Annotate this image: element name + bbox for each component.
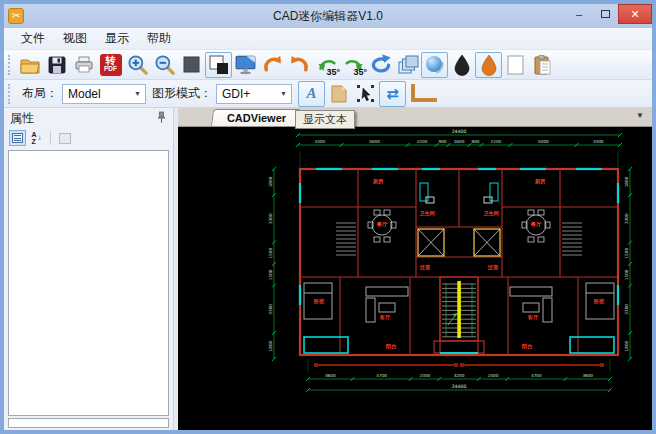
svg-text:卧室: 卧室 xyxy=(594,298,605,304)
svg-text:3600: 3600 xyxy=(325,373,336,378)
pin-button[interactable] xyxy=(156,111,167,126)
floor-plan-drawing: 3300500022009001600900220050003300244003… xyxy=(178,127,652,430)
zoom-in-icon xyxy=(125,52,151,78)
svg-text:卫生间: 卫生间 xyxy=(418,210,435,217)
toolbar-grip[interactable] xyxy=(8,55,13,75)
rotate-right-35-button[interactable]: 35° xyxy=(340,52,367,78)
svg-text:1800: 1800 xyxy=(624,176,629,187)
cad-canvas[interactable]: 3300500022009001600900220050003300244003… xyxy=(178,127,652,430)
save-button[interactable] xyxy=(43,52,70,78)
svg-text:1800: 1800 xyxy=(624,340,629,351)
svg-text:厨房: 厨房 xyxy=(372,178,384,185)
zoom-out-button[interactable] xyxy=(151,52,178,78)
maximize-icon xyxy=(601,10,610,18)
svg-text:3300: 3300 xyxy=(268,213,273,224)
categorized-button[interactable] xyxy=(9,130,26,146)
sort-alphabetical-button[interactable]: AZ↓ xyxy=(28,130,45,146)
properties-toolbar: AZ↓ xyxy=(4,128,173,148)
property-pages-button[interactable] xyxy=(56,130,73,146)
svg-text:1500: 1500 xyxy=(268,248,273,259)
svg-text:阳台: 阳台 xyxy=(386,343,397,350)
ink-black-button[interactable] xyxy=(448,52,475,78)
graphics-mode-select[interactable]: GDI+ ▼ xyxy=(216,84,292,104)
svg-text:卧室: 卧室 xyxy=(314,298,325,304)
svg-text:1600: 1600 xyxy=(454,139,465,144)
print-button[interactable] xyxy=(70,52,97,78)
paste-button[interactable] xyxy=(529,52,556,78)
background-dark-button[interactable] xyxy=(178,52,205,78)
maximize-button[interactable] xyxy=(592,4,618,23)
rotate-circular-icon xyxy=(368,52,394,78)
toolbar2-grip[interactable] xyxy=(8,84,13,104)
svg-text:1800: 1800 xyxy=(268,340,273,351)
menu-view[interactable]: 视图 xyxy=(54,28,96,49)
undo-button[interactable] xyxy=(259,52,286,78)
layout-label: 布局： xyxy=(22,85,58,102)
redo-button[interactable] xyxy=(286,52,313,78)
svg-text:厨房: 厨房 xyxy=(534,178,546,185)
svg-text:3600: 3600 xyxy=(582,373,593,378)
properties-description-box xyxy=(8,418,169,428)
line-weight-button[interactable] xyxy=(406,81,440,107)
rotate-left-angle: 35° xyxy=(326,68,340,77)
close-button[interactable]: ✕ xyxy=(618,4,652,24)
svg-text:2300: 2300 xyxy=(488,373,499,378)
window-title: CAD迷你编辑器V1.0 xyxy=(4,8,652,25)
corner-line-icon xyxy=(408,83,438,105)
blank-page-icon xyxy=(505,54,527,76)
svg-text:4700: 4700 xyxy=(376,373,387,378)
show-image-button[interactable] xyxy=(325,81,352,107)
background-toggle-button[interactable] xyxy=(205,52,232,78)
fit-screen-button[interactable] xyxy=(232,52,259,78)
title-bar: ✂ CAD迷你编辑器V1.0 – ✕ xyxy=(4,4,652,28)
svg-text:过道: 过道 xyxy=(420,264,431,271)
pdf-icon: 转PDF xyxy=(100,54,122,76)
svg-text:3300: 3300 xyxy=(624,304,629,315)
app-window: ✂ CAD迷你编辑器V1.0 – ✕ 文件 视图 显示 帮助 转PDF 35° xyxy=(0,0,656,434)
property-pages-icon xyxy=(59,133,71,144)
layout-value: Model xyxy=(68,87,101,101)
svg-text:5000: 5000 xyxy=(369,139,380,144)
svg-text:餐厅: 餐厅 xyxy=(376,221,388,228)
open-folder-icon xyxy=(18,53,42,77)
svg-text:3300: 3300 xyxy=(593,139,604,144)
tab-list-button[interactable]: ▼ xyxy=(636,111,644,120)
printer-icon xyxy=(72,53,96,77)
svg-text:900: 900 xyxy=(471,139,479,144)
dark-square-icon xyxy=(182,55,202,75)
properties-title: 属性 xyxy=(10,110,34,127)
rotate-view-button[interactable] xyxy=(367,52,394,78)
swap-colors-button[interactable]: ⇄ xyxy=(379,81,406,107)
properties-list[interactable] xyxy=(8,150,169,416)
rotate-left-35-button[interactable]: 35° xyxy=(313,52,340,78)
cursor-nodes-icon xyxy=(355,83,377,105)
blue-sphere-icon xyxy=(423,53,447,77)
blank-page-button[interactable] xyxy=(502,52,529,78)
svg-text:2300: 2300 xyxy=(420,373,431,378)
zoom-in-button[interactable] xyxy=(124,52,151,78)
properties-header: 属性 xyxy=(4,108,173,128)
minimize-button[interactable]: – xyxy=(566,4,592,23)
rotate-right-angle: 35° xyxy=(353,68,367,77)
open-button[interactable] xyxy=(16,52,43,78)
layers-button[interactable] xyxy=(394,52,421,78)
menu-display[interactable]: 显示 xyxy=(96,28,138,49)
chevron-down-icon: ▼ xyxy=(276,90,291,97)
menu-help[interactable]: 帮助 xyxy=(138,28,180,49)
tooltip-show-text: 显示文本 xyxy=(295,110,355,129)
menu-file[interactable]: 文件 xyxy=(12,28,54,49)
show-text-button[interactable]: A xyxy=(298,81,325,107)
ink-color-button[interactable] xyxy=(475,52,502,78)
svg-text:1500: 1500 xyxy=(624,269,629,280)
svg-text:24400: 24400 xyxy=(452,384,467,389)
layout-select[interactable]: Model ▼ xyxy=(62,84,146,104)
export-pdf-button[interactable]: 转PDF xyxy=(97,52,124,78)
svg-text:5000: 5000 xyxy=(538,139,549,144)
svg-text:餐厅: 餐厅 xyxy=(530,221,542,228)
categorized-icon xyxy=(12,133,23,143)
svg-text:2200: 2200 xyxy=(491,139,502,144)
tab-cadviewer[interactable]: CADViewer xyxy=(211,109,302,126)
node-select-button[interactable] xyxy=(352,81,379,107)
redo-arrow-icon xyxy=(287,52,312,77)
render-quality-button[interactable] xyxy=(421,52,448,78)
